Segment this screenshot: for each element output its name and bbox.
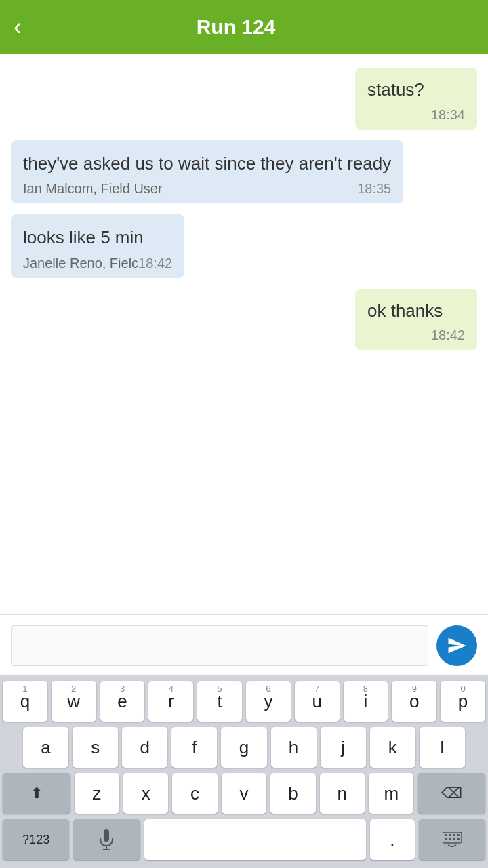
key-m[interactable]: m <box>369 773 413 814</box>
svg-rect-8 <box>445 838 447 840</box>
key-x[interactable]: x <box>123 773 168 814</box>
message-footer: Janelle Reno, Fielc 18:42 <box>23 256 172 271</box>
key-k[interactable]: k <box>370 727 415 768</box>
key-period[interactable]: . <box>370 819 415 860</box>
key-f[interactable]: f <box>171 727 217 768</box>
svg-rect-4 <box>445 834 447 836</box>
key-v[interactable]: v <box>222 773 266 814</box>
key-b[interactable]: b <box>270 773 315 814</box>
message-text: they've asked us to wait since they aren… <box>23 151 391 176</box>
key-h[interactable]: h <box>271 727 317 768</box>
message-sender: Janelle Reno, Fielc <box>23 256 138 271</box>
key-a[interactable]: a <box>23 727 68 768</box>
keyboard-row-3: ⬆ z x c v b n m ⌫ <box>3 773 485 814</box>
svg-rect-3 <box>443 832 462 843</box>
key-z[interactable]: z <box>75 773 119 814</box>
key-w[interactable]: 2w <box>52 681 96 722</box>
message-time: 18:42 <box>138 256 172 271</box>
svg-rect-5 <box>449 834 451 836</box>
header-title: Run 124 <box>28 16 443 39</box>
svg-rect-11 <box>457 838 460 840</box>
message-time: 18:35 <box>357 181 391 197</box>
chat-area: status? 18:34 they've asked us to wait s… <box>0 54 488 614</box>
key-u[interactable]: 7u <box>295 681 340 722</box>
send-icon <box>447 635 467 656</box>
svg-rect-0 <box>104 829 109 842</box>
key-g[interactable]: g <box>221 727 266 768</box>
key-e[interactable]: 3e <box>100 681 145 722</box>
message-sent-2: ok thanks 18:42 <box>355 289 477 351</box>
key-o[interactable]: 9o <box>392 681 436 722</box>
message-text: ok thanks <box>367 300 465 323</box>
key-y[interactable]: 6y <box>246 681 291 722</box>
message-text: status? <box>367 79 465 102</box>
key-backspace[interactable]: ⌫ <box>418 773 485 814</box>
keyboard: 1q 2w 3e 4r 5t 6y 7u 8i 9o 0p a s d f g … <box>0 675 488 868</box>
message-text: looks like 5 min <box>23 225 172 250</box>
key-c[interactable]: c <box>172 773 217 814</box>
message-sent-1: status? 18:34 <box>355 68 477 130</box>
keyboard-row-1: 1q 2w 3e 4r 5t 6y 7u 8i 9o 0p <box>3 681 485 722</box>
back-button[interactable]: ‹ <box>14 15 22 39</box>
svg-rect-6 <box>453 834 455 836</box>
input-area <box>0 614 488 675</box>
message-recv-2: looks like 5 min Janelle Reno, Fielc 18:… <box>11 214 184 277</box>
key-i[interactable]: 8i <box>344 681 388 722</box>
key-d[interactable]: d <box>122 727 167 768</box>
message-recv-1: they've asked us to wait since they aren… <box>11 140 403 203</box>
message-time: 18:42 <box>367 328 465 343</box>
app-header: ‹ Run 124 <box>0 0 488 54</box>
message-sender: Ian Malcom, Field User <box>23 181 163 197</box>
key-l[interactable]: l <box>420 727 465 768</box>
svg-rect-9 <box>449 838 451 840</box>
key-q[interactable]: 1q <box>3 681 47 722</box>
message-time: 18:34 <box>367 107 465 123</box>
message-input[interactable] <box>11 625 428 666</box>
key-t[interactable]: 5t <box>197 681 242 722</box>
message-footer: Ian Malcom, Field User 18:35 <box>23 181 391 197</box>
key-p[interactable]: 0p <box>441 681 485 722</box>
keyboard-row-4: ?123 . <box>3 819 485 860</box>
key-keyboard-hide[interactable] <box>419 819 485 860</box>
key-shift[interactable]: ⬆ <box>3 773 70 814</box>
svg-rect-10 <box>453 838 455 840</box>
key-symbols[interactable]: ?123 <box>3 819 69 860</box>
svg-rect-7 <box>457 834 460 836</box>
keyboard-row-2: a s d f g h j k l <box>3 727 485 768</box>
key-space[interactable] <box>144 819 367 860</box>
key-mic[interactable] <box>73 819 140 860</box>
key-n[interactable]: n <box>320 773 365 814</box>
send-button[interactable] <box>436 625 477 666</box>
key-s[interactable]: s <box>73 727 118 768</box>
key-r[interactable]: 4r <box>148 681 193 722</box>
key-j[interactable]: j <box>321 727 366 768</box>
